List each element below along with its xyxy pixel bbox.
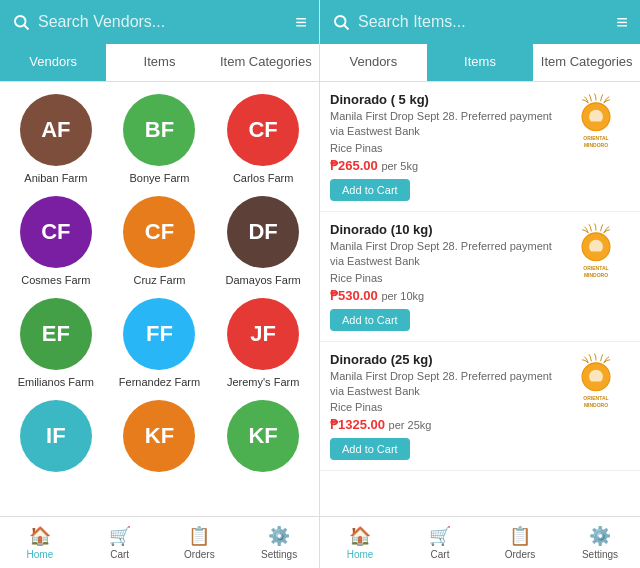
vendor-item[interactable]: IF bbox=[8, 400, 104, 478]
item-seller: Rice Pinas bbox=[330, 142, 554, 154]
item-info: Dinorado (10 kg) Manila First Drop Sept … bbox=[330, 222, 554, 331]
right-hamburger-icon[interactable]: ≡ bbox=[616, 11, 628, 34]
nav-label: Orders bbox=[505, 549, 536, 560]
vendor-avatar: CF bbox=[227, 94, 299, 166]
left-tab-items[interactable]: Items bbox=[106, 44, 212, 81]
vendor-name: Bonye Farm bbox=[130, 172, 190, 184]
search-icon bbox=[12, 13, 30, 31]
left-hamburger-icon[interactable]: ≡ bbox=[295, 11, 307, 34]
vendor-item[interactable]: CF Cruz Farm bbox=[112, 196, 208, 286]
item-unit: per 5kg bbox=[381, 160, 418, 172]
right-tab-vendors[interactable]: Vendors bbox=[320, 44, 427, 81]
nav-icon: 📋 bbox=[509, 525, 531, 547]
left-bottom-nav: 🏠 Home 🛒 Cart 📋 Orders ⚙️ Settings bbox=[0, 516, 319, 568]
svg-point-2 bbox=[335, 16, 346, 27]
nav-label: Cart bbox=[110, 549, 129, 560]
item-card: Dinorado (25 kg) Manila First Drop Sept … bbox=[320, 342, 640, 472]
item-seller: Rice Pinas bbox=[330, 272, 554, 284]
right-search-input[interactable] bbox=[358, 13, 608, 31]
vendor-name: Emilianos Farm bbox=[18, 376, 94, 388]
vendor-item[interactable]: EF Emilianos Farm bbox=[8, 298, 104, 388]
vendor-avatar: CF bbox=[123, 196, 195, 268]
item-title: Dinorado (10 kg) bbox=[330, 222, 554, 237]
vendor-avatar: BF bbox=[123, 94, 195, 166]
right-tab-categories[interactable]: Item Categories bbox=[533, 44, 640, 81]
vendor-name: Aniban Farm bbox=[24, 172, 87, 184]
add-to-cart-button[interactable]: Add to Cart bbox=[330, 179, 410, 201]
left-panel: ≡ Vendors Items Item Categories AF Aniba… bbox=[0, 0, 320, 568]
nav-icon: ⚙️ bbox=[268, 525, 290, 547]
left-nav-settings[interactable]: ⚙️ Settings bbox=[239, 517, 319, 568]
right-tab-items[interactable]: Items bbox=[427, 44, 534, 81]
left-tab-vendors[interactable]: Vendors bbox=[0, 44, 106, 81]
vendor-name: Cruz Farm bbox=[134, 274, 186, 286]
left-search-bar: ≡ bbox=[0, 0, 319, 44]
vendor-item[interactable]: FF Fernandez Farm bbox=[112, 298, 208, 388]
search-icon bbox=[332, 13, 350, 31]
vendor-item[interactable]: KF bbox=[112, 400, 208, 478]
vendor-avatar: DF bbox=[227, 196, 299, 268]
item-desc: Manila First Drop Sept 28. Preferred pay… bbox=[330, 369, 554, 400]
item-desc: Manila First Drop Sept 28. Preferred pay… bbox=[330, 109, 554, 140]
item-logo: ORIENTAL MINDORO bbox=[562, 92, 630, 154]
nav-label: Settings bbox=[582, 549, 618, 560]
item-unit: per 25kg bbox=[389, 419, 432, 431]
item-desc: Manila First Drop Sept 28. Preferred pay… bbox=[330, 239, 554, 270]
svg-point-0 bbox=[15, 16, 26, 27]
add-to-cart-button[interactable]: Add to Cart bbox=[330, 309, 410, 331]
vendor-name: Jeremy's Farm bbox=[227, 376, 299, 388]
vendor-avatar: CF bbox=[20, 196, 92, 268]
nav-label: Cart bbox=[431, 549, 450, 560]
nav-label: Settings bbox=[261, 549, 297, 560]
vendor-item[interactable]: AF Aniban Farm bbox=[8, 94, 104, 184]
left-nav-home[interactable]: 🏠 Home bbox=[0, 517, 80, 568]
nav-icon: 🛒 bbox=[109, 525, 131, 547]
svg-text:MINDORO: MINDORO bbox=[584, 272, 608, 278]
vendor-avatar: IF bbox=[20, 400, 92, 472]
nav-icon: 🏠 bbox=[29, 525, 51, 547]
vendor-name: Fernandez Farm bbox=[119, 376, 200, 388]
item-card: Dinorado (10 kg) Manila First Drop Sept … bbox=[320, 212, 640, 342]
svg-text:ORIENTAL: ORIENTAL bbox=[583, 135, 608, 141]
svg-text:ORIENTAL: ORIENTAL bbox=[583, 395, 608, 401]
item-price: ₱265.00 per 5kg bbox=[330, 158, 554, 173]
right-nav-orders[interactable]: 📋 Orders bbox=[480, 517, 560, 568]
vendor-name: Carlos Farm bbox=[233, 172, 294, 184]
vendor-item[interactable]: DF Damayos Farm bbox=[215, 196, 311, 286]
nav-icon: 🛒 bbox=[429, 525, 451, 547]
vendor-name: Cosmes Farm bbox=[21, 274, 90, 286]
vendor-item[interactable]: CF Carlos Farm bbox=[215, 94, 311, 184]
vendor-grid: AF Aniban Farm BF Bonye Farm CF Carlos F… bbox=[0, 82, 319, 516]
left-tabs: Vendors Items Item Categories bbox=[0, 44, 319, 82]
left-tab-categories[interactable]: Item Categories bbox=[213, 44, 319, 81]
item-title: Dinorado ( 5 kg) bbox=[330, 92, 554, 107]
vendor-avatar: KF bbox=[227, 400, 299, 472]
right-nav-cart[interactable]: 🛒 Cart bbox=[400, 517, 480, 568]
nav-label: Home bbox=[347, 549, 374, 560]
vendor-avatar: KF bbox=[123, 400, 195, 472]
left-search-input[interactable] bbox=[38, 13, 287, 31]
nav-label: Home bbox=[27, 549, 54, 560]
vendor-item[interactable]: CF Cosmes Farm bbox=[8, 196, 104, 286]
add-to-cart-button[interactable]: Add to Cart bbox=[330, 438, 410, 460]
vendor-item[interactable]: BF Bonye Farm bbox=[112, 94, 208, 184]
vendor-item[interactable]: KF bbox=[215, 400, 311, 478]
svg-text:ORIENTAL: ORIENTAL bbox=[583, 265, 608, 271]
item-title: Dinorado (25 kg) bbox=[330, 352, 554, 367]
vendor-avatar: JF bbox=[227, 298, 299, 370]
right-nav-settings[interactable]: ⚙️ Settings bbox=[560, 517, 640, 568]
left-nav-cart[interactable]: 🛒 Cart bbox=[80, 517, 160, 568]
item-logo: ORIENTAL MINDORO bbox=[562, 222, 630, 284]
right-nav-home[interactable]: 🏠 Home bbox=[320, 517, 400, 568]
nav-icon: 🏠 bbox=[349, 525, 371, 547]
right-tabs: Vendors Items Item Categories bbox=[320, 44, 640, 82]
item-seller: Rice Pinas bbox=[330, 401, 554, 413]
svg-line-1 bbox=[24, 25, 28, 29]
item-info: Dinorado ( 5 kg) Manila First Drop Sept … bbox=[330, 92, 554, 201]
left-nav-orders[interactable]: 📋 Orders bbox=[160, 517, 240, 568]
vendor-item[interactable]: JF Jeremy's Farm bbox=[215, 298, 311, 388]
item-info: Dinorado (25 kg) Manila First Drop Sept … bbox=[330, 352, 554, 461]
vendor-avatar: AF bbox=[20, 94, 92, 166]
item-unit: per 10kg bbox=[381, 290, 424, 302]
vendor-avatar: FF bbox=[123, 298, 195, 370]
